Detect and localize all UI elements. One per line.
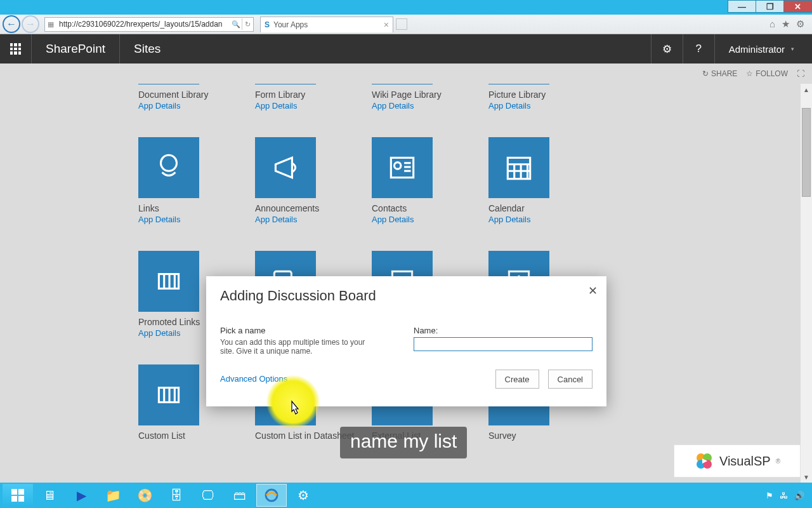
focus-button[interactable]: ⛶ xyxy=(797,69,804,78)
tile-icon xyxy=(255,84,316,84)
taskbar-app-2[interactable]: 🗄 xyxy=(161,484,192,507)
system-tray[interactable]: ⚑ 🖧 🔊 xyxy=(766,491,809,500)
new-tab-button[interactable] xyxy=(396,18,407,30)
tile-icon xyxy=(488,84,549,84)
scroll-thumb[interactable] xyxy=(802,108,811,197)
taskbar-app-5[interactable]: ⚙ xyxy=(288,484,318,507)
app-title: Calendar xyxy=(488,203,549,213)
scroll-up-icon[interactable]: ▲ xyxy=(803,84,809,95)
svg-rect-46 xyxy=(18,496,24,502)
window-maximize-button[interactable]: ❐ xyxy=(756,0,784,13)
app-details-link[interactable]: App Details xyxy=(372,101,433,110)
tray-flag-icon[interactable]: ⚑ xyxy=(766,491,773,500)
scrollbar[interactable]: ▲ ▼ xyxy=(801,84,812,483)
product-name[interactable]: SharePoint xyxy=(32,34,120,64)
suite-bar: SharePoint Sites ⚙ ? Administrator ▾ xyxy=(0,34,812,64)
app-title: Form Library xyxy=(255,90,316,100)
tools-icon[interactable]: ⚙ xyxy=(796,18,804,30)
app-details-link[interactable]: App Details xyxy=(488,101,549,110)
tile-icon xyxy=(138,251,199,312)
tile-icon xyxy=(255,137,316,198)
svg-rect-45 xyxy=(11,496,17,502)
user-menu[interactable]: Administrator ▾ xyxy=(714,34,812,64)
cancel-button[interactable]: Cancel xyxy=(548,370,593,389)
app-links[interactable]: Links App Details xyxy=(138,137,199,224)
url-text: http://c2931069022/hrexperts/_layouts/15… xyxy=(56,20,230,29)
tab-close-icon[interactable]: × xyxy=(384,20,389,30)
site-name[interactable]: Sites xyxy=(120,34,174,64)
dialog-close-button[interactable]: ✕ xyxy=(588,284,598,298)
home-icon[interactable]: ⌂ xyxy=(769,18,775,30)
create-button[interactable]: Create xyxy=(495,370,539,389)
app-details-link[interactable]: App Details xyxy=(138,328,199,338)
page-ribbon: ↻ SHARE ☆ FOLLOW ⛶ xyxy=(0,64,812,84)
pick-name-description: You can add this app multiple times to y… xyxy=(220,338,376,356)
visualsp-text: VisualSP xyxy=(719,454,771,469)
window-titlebar: — ❐ ✕ xyxy=(0,0,812,15)
svg-rect-44 xyxy=(18,489,24,495)
app-calendar[interactable]: Calendar App Details xyxy=(488,137,549,224)
settings-button[interactable]: ⚙ xyxy=(651,34,683,64)
visualsp-badge: VisualSP® xyxy=(674,444,801,478)
app-details-link[interactable]: App Details xyxy=(488,215,549,224)
app-document-library[interactable]: Document Library App Details xyxy=(138,84,199,110)
refresh-icon[interactable]: ↻ xyxy=(242,18,253,30)
user-name: Administrator xyxy=(729,44,785,55)
app-launcher-button[interactable] xyxy=(0,34,32,64)
app-promoted-links[interactable]: Promoted Links App Details xyxy=(138,251,199,338)
svg-point-2 xyxy=(395,163,401,169)
browser-toolbar: ← → ▦ http://c2931069022/hrexperts/_layo… xyxy=(0,15,812,34)
app-title: Survey xyxy=(488,431,549,441)
tile-icon xyxy=(138,137,199,198)
app-details-link[interactable]: App Details xyxy=(138,215,199,224)
app-details-link[interactable]: App Details xyxy=(255,101,316,110)
taskbar-app-3[interactable]: 🖵 xyxy=(193,484,223,507)
back-button[interactable]: ← xyxy=(3,15,20,33)
share-icon: ↻ xyxy=(702,69,709,78)
spotlight-highlight xyxy=(266,375,320,429)
favorites-icon[interactable]: ★ xyxy=(782,18,790,30)
app-title: Announcements xyxy=(255,203,316,213)
caret-down-icon: ▾ xyxy=(791,46,794,52)
share-button[interactable]: ↻ SHARE xyxy=(702,69,737,78)
app-picture-library[interactable]: Picture Library App Details xyxy=(488,84,549,110)
address-bar[interactable]: ▦ http://c2931069022/hrexperts/_layouts/… xyxy=(44,17,254,32)
site-icon: ▦ xyxy=(45,18,56,30)
app-contacts[interactable]: Contacts App Details xyxy=(372,137,433,224)
app-details-link[interactable]: App Details xyxy=(255,215,316,224)
app-title: Wiki Page Library xyxy=(372,90,433,100)
taskbar-explorer[interactable]: 📁 xyxy=(98,484,128,507)
tray-sound-icon[interactable]: 🔊 xyxy=(794,491,804,500)
taskbar-app-4[interactable]: 🗃 xyxy=(225,484,255,507)
taskbar-powershell[interactable]: ▶ xyxy=(66,484,96,507)
help-button[interactable]: ? xyxy=(683,34,714,64)
app-row: Links App Details Announcements App Deta… xyxy=(138,137,812,224)
window-minimize-button[interactable]: — xyxy=(728,0,756,13)
app-details-link[interactable]: App Details xyxy=(372,215,433,224)
taskbar-server-manager[interactable]: 🖥 xyxy=(34,484,65,507)
follow-button[interactable]: ☆ FOLLOW xyxy=(746,69,788,78)
app-custom-list[interactable]: Custom List xyxy=(138,364,199,441)
taskbar: 🖥 ▶ 📁 📀 🗄 🖵 🗃 ⚙ ⚑ 🖧 🔊 xyxy=(0,483,812,508)
window-close-button[interactable]: ✕ xyxy=(783,0,812,13)
app-title: Custom List in Datasheet xyxy=(255,431,353,441)
waffle-icon xyxy=(10,43,22,55)
taskbar-ie[interactable] xyxy=(256,484,287,507)
tile-icon xyxy=(138,364,199,425)
svg-rect-43 xyxy=(11,489,17,495)
tray-network-icon[interactable]: 🖧 xyxy=(780,491,788,500)
app-details-link[interactable]: App Details xyxy=(138,101,199,110)
scroll-down-icon[interactable]: ▼ xyxy=(803,471,809,483)
name-input[interactable] xyxy=(414,337,593,351)
forward-button[interactable]: → xyxy=(22,15,39,33)
tab-your-apps[interactable]: S Your Apps × xyxy=(260,17,393,32)
tile-icon xyxy=(488,137,549,198)
taskbar-app-1[interactable]: 📀 xyxy=(129,484,160,507)
tab-title: Your Apps xyxy=(273,20,308,29)
app-announcements[interactable]: Announcements App Details xyxy=(255,137,316,224)
start-button[interactable] xyxy=(3,484,33,507)
app-wiki-library[interactable]: Wiki Page Library App Details xyxy=(372,84,433,110)
search-icon[interactable]: 🔍 xyxy=(230,18,242,30)
dialog-title: Adding Discussion Board xyxy=(220,288,593,304)
app-form-library[interactable]: Form Library App Details xyxy=(255,84,316,110)
